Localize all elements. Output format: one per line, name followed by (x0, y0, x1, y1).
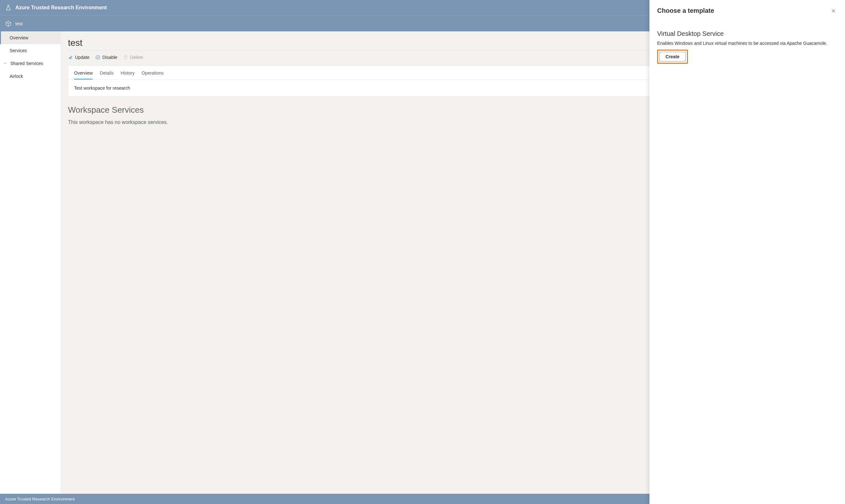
chevron-down-icon (3, 61, 8, 65)
svg-point-0 (96, 55, 100, 59)
tab-label: Details (100, 70, 114, 76)
cmd-label: Update (75, 55, 89, 60)
template-name: Virtual Desktop Service (657, 30, 837, 37)
product-title: Azure Trusted Research Environment (15, 5, 107, 11)
sidebar-item-label: Shared Services (10, 61, 43, 66)
sidebar-item-airlock[interactable]: Airlock (0, 70, 61, 83)
footer-text: Azure Trusted Research Environment (5, 497, 75, 501)
trash-icon (123, 55, 128, 60)
create-button[interactable]: Create (659, 52, 686, 61)
sidebar-item-label: Overview (10, 35, 28, 40)
tab-operations[interactable]: Operations (142, 70, 163, 79)
tab-label: Operations (142, 70, 163, 76)
sidebar-item-label: Services (10, 48, 27, 53)
create-label: Create (666, 54, 679, 59)
delete-button: Delete (123, 55, 143, 60)
edit-icon (68, 55, 73, 60)
update-button[interactable]: Update (68, 55, 89, 60)
close-button[interactable] (830, 7, 837, 15)
template-description: Enables Windows and Linux virtual machin… (657, 41, 837, 46)
pause-circle-icon (95, 55, 100, 60)
close-icon (831, 8, 836, 14)
sidebar: Overview Services Shared Services Airloc… (0, 31, 61, 494)
tab-label: History (121, 70, 135, 76)
tab-history[interactable]: History (121, 70, 135, 79)
breadcrumb-workspace[interactable]: test (15, 21, 23, 26)
template-panel: Choose a template Virtual Desktop Servic… (650, 0, 845, 504)
workspace-icon (5, 20, 12, 27)
panel-title: Choose a template (657, 7, 714, 14)
sidebar-item-overview[interactable]: Overview (0, 31, 61, 44)
sidebar-item-services[interactable]: Services (0, 44, 61, 57)
create-highlight: Create (657, 50, 688, 64)
sidebar-item-shared-services[interactable]: Shared Services (0, 57, 61, 70)
tab-overview[interactable]: Overview (74, 70, 93, 79)
cmd-label: Disable (102, 55, 117, 60)
disable-button[interactable]: Disable (95, 55, 117, 60)
flask-icon (5, 4, 12, 11)
tab-label: Overview (74, 70, 93, 76)
tab-details[interactable]: Details (100, 70, 114, 79)
sidebar-item-label: Airlock (10, 74, 23, 79)
cmd-label: Delete (130, 55, 143, 60)
